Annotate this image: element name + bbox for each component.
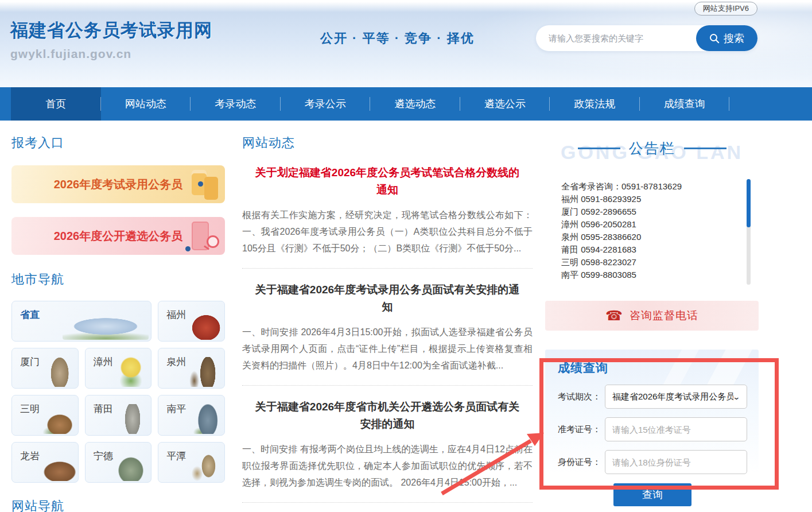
article-excerpt: 根据有关工作实施方案，经研究决定，现将笔试合格分数线公布如下：一、我省2026年… (242, 207, 533, 257)
ticket-number-row: 准考证号： (558, 417, 747, 441)
right-column: GONG GAO LAN 公告栏 全省考录咨询：0591-87813629 福州… (545, 129, 759, 512)
article-title[interactable]: 关于福建省2026年度省市机关公开遴选公务员面试有关安排的通知 (251, 398, 524, 433)
phone-line: 三明 0598-8223027 (561, 256, 759, 269)
phone-line: 泉州 0595-28386620 (561, 231, 759, 243)
city-card-putian[interactable]: 莆田 (85, 395, 152, 436)
nav-item-home[interactable]: 首页 (11, 87, 101, 121)
nav-item-selection-publicity[interactable]: 遴选公示 (460, 87, 550, 121)
city-card-longyan[interactable]: 龙岩 (11, 442, 79, 483)
phone-list: 全省考录咨询：0591-87813629 福州 0591-86293925 厦门… (561, 180, 759, 281)
exam-period-select[interactable]: 福建省2026年度考试录用公务员 ⌄ (605, 385, 747, 409)
quanzhou-landmark-image (187, 357, 222, 387)
sanming-landmark-image (40, 404, 76, 434)
ipv6-badge: 网站支持IPV6 (694, 2, 757, 15)
title-line-right (684, 148, 726, 149)
article-title[interactable]: 关于福建省2026年度考试录用公务员面试有关安排的通知 (251, 281, 524, 316)
ticket-number-input[interactable] (605, 417, 747, 441)
title-line-left (578, 148, 620, 149)
nav-item-exam-publicity[interactable]: 考录公示 (281, 87, 371, 121)
news-column: 网站动态 关于划定福建省2026年度公务员考试笔试合格分数线的通知 根据有关工作… (242, 134, 533, 512)
pingtan-landmark-image (187, 451, 222, 481)
city-name: 宁德 (94, 449, 113, 463)
city-card-pingtan[interactable]: 平潭 (158, 442, 225, 483)
nav-item-policies[interactable]: 政策法规 (550, 87, 640, 121)
city-name: 莆田 (94, 402, 113, 416)
longyan-landmark-image (40, 451, 76, 481)
news-article: 关于福建省2026年度考试录用公务员面试有关安排的通知 一、时间安排 2026年… (242, 269, 533, 386)
xiamen-landmark-image (40, 357, 76, 387)
news-article: 关于划定福建省2026年度公务员考试笔试合格分数线的通知 根据有关工作实施方案，… (242, 152, 533, 269)
phone-line: 南平 0599-8803085 (561, 269, 759, 281)
page: 网站支持IPV6 福建省公务员考试录用网 gwykl.fujian.gov.cn… (0, 0, 812, 512)
article-title[interactable]: 关于划定福建省2026年度公务员考试笔试合格分数线的通知 (251, 164, 524, 199)
search-input[interactable] (536, 33, 696, 43)
scrollbar-thumb[interactable] (747, 179, 751, 227)
search-bar: 搜索 (536, 25, 757, 51)
site-url: gwykl.fujian.gov.cn (10, 47, 212, 61)
phone-line: 全省考录咨询：0591-87813629 (561, 180, 759, 193)
id-number-input[interactable] (605, 450, 747, 474)
nav-item-site-news[interactable]: 网站动态 (101, 87, 191, 121)
announcement-board-header: GONG GAO LAN 公告栏 (545, 129, 759, 165)
provincial-building-image (63, 310, 149, 340)
search-icon (709, 33, 720, 44)
city-name: 厦门 (20, 355, 40, 369)
search-button-label: 搜索 (724, 32, 744, 45)
nanping-landmark-image (187, 404, 222, 434)
scrollbar-track[interactable] (747, 179, 751, 285)
city-card-ningde[interactable]: 宁德 (85, 442, 152, 483)
nav-item-score-query[interactable]: 成绩查询 (640, 87, 730, 121)
news-section-title: 网站动态 (242, 134, 533, 152)
telephone-icon: ☎ (605, 309, 623, 323)
phone-line: 厦门 0592-2896655 (561, 205, 759, 218)
exam-period-label: 考试期次： (558, 391, 605, 402)
fuzhou-landmark-image (187, 310, 222, 340)
banner-illustration (180, 169, 220, 201)
city-card-sanming[interactable]: 三明 (11, 395, 79, 436)
site-title: 福建省公务员考试录用网 (10, 18, 212, 42)
search-button[interactable]: 搜索 (696, 25, 757, 51)
news-article: 关于福建省2026年度省市机关公开遴选公务员面试有关安排的通知 一、时间安排 有… (242, 386, 533, 503)
city-name: 平潭 (166, 449, 186, 463)
city-card-provincial[interactable]: 省直 (11, 301, 151, 342)
announcement-board: GONG GAO LAN 公告栏 全省考录咨询：0591-87813629 福州… (545, 129, 759, 281)
zhangzhou-landmark-image (113, 357, 149, 387)
city-card-nanping[interactable]: 南平 (158, 395, 225, 436)
main-nav: 首页 网站动态 考录动态 考录公示 遴选动态 遴选公示 政策法规 成绩查询 (0, 87, 812, 121)
city-name: 省直 (20, 308, 40, 321)
city-name: 福州 (166, 308, 186, 321)
site-header: 网站支持IPV6 福建省公务员考试录用网 gwykl.fujian.gov.cn… (0, 0, 812, 87)
score-query-panel: 成绩查询 考试期次： 福建省2026年度考试录用公务员 ⌄ 准考证号： 身份证号… (545, 350, 759, 512)
city-name: 龙岩 (20, 449, 40, 463)
cities-section-title: 地市导航 (11, 271, 225, 288)
main-content: 报考入口 2026年度考试录用公务员 2026年度公开遴选公务员 地市导航 省直 (0, 121, 812, 512)
ningde-landmark-image (113, 451, 149, 481)
left-column: 报考入口 2026年度考试录用公务员 2026年度公开遴选公务员 地市导航 省直 (11, 134, 225, 512)
site-logo[interactable]: 福建省公务员考试录用网 gwykl.fujian.gov.cn (10, 18, 212, 61)
city-card-quanzhou[interactable]: 泉州 (158, 348, 225, 389)
city-name: 三明 (20, 402, 40, 416)
score-query-title: 成绩查询 (558, 360, 747, 376)
nav-item-selection-news[interactable]: 遴选动态 (370, 87, 460, 121)
city-card-zhangzhou[interactable]: 漳州 (85, 348, 152, 389)
id-number-row: 身份证号： (558, 450, 747, 474)
query-button[interactable]: 查询 (613, 483, 691, 506)
sitenav-section-title: 网站导航 (11, 498, 225, 512)
open-selection-banner[interactable]: 2026年度公开遴选公务员 (11, 217, 225, 255)
site-slogan: 公开 · 平等 · 竞争 · 择优 (320, 30, 475, 47)
nav-item-exam-news[interactable]: 考录动态 (191, 87, 281, 121)
hotline-label: 咨询监督电话 (630, 308, 698, 323)
chevron-down-icon: ⌄ (732, 393, 740, 401)
exam-recruit-banner[interactable]: 2026年度考试录用公务员 (11, 165, 225, 203)
article-excerpt: 一、时间安排 2026年4月3日15:00开始，拟面试人选登录福建省公务员考试录… (242, 324, 533, 374)
exam-period-row: 考试期次： 福建省2026年度考试录用公务员 ⌄ (558, 385, 747, 409)
entry-section-title: 报考入口 (11, 134, 225, 152)
city-name: 泉州 (166, 355, 186, 369)
city-card-xiamen[interactable]: 厦门 (11, 348, 79, 389)
board-title: 公告栏 (629, 139, 675, 158)
phone-line: 福州 0591-86293925 (561, 193, 759, 205)
exam-period-value: 福建省2026年度考试录用公务员 (612, 391, 733, 402)
hotline-banner[interactable]: ☎ 咨询监督电话 (545, 301, 759, 331)
city-name: 南平 (166, 402, 186, 416)
city-card-fuzhou[interactable]: 福州 (158, 301, 225, 342)
